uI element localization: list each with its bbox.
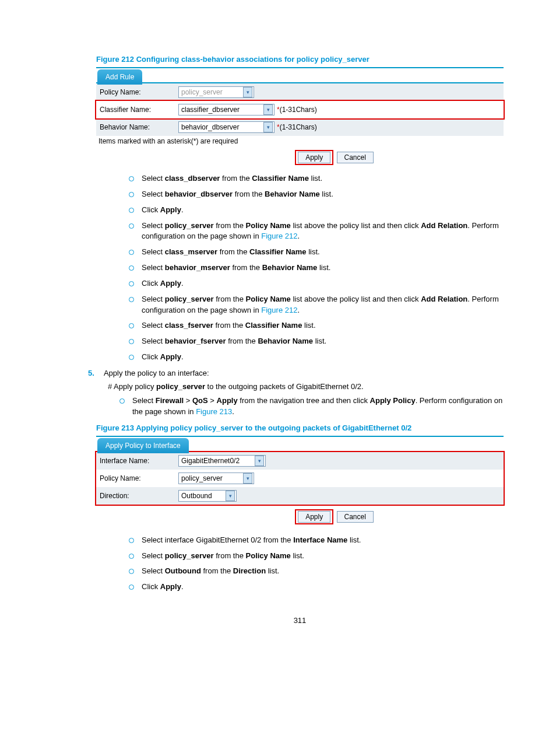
list-item: Select behavior_fserver from the Behavio… [129,336,504,347]
chevron-down-icon: ▾ [263,122,273,132]
interface-name-select[interactable]: GigabitEthernet0/2 ▾ [178,455,266,467]
behavior-name-select[interactable]: behavior_dbserver ▾ [178,121,275,133]
list-item: Select behavior_dbserver from the Behavi… [129,189,504,200]
policy-name-label: Policy Name: [100,88,178,96]
list-item: Select policy_server from the Policy Nam… [129,294,504,316]
apply-button[interactable]: Apply [298,152,330,163]
step-text: Apply the policy to an interface: [104,369,209,377]
list-item: Select behavior_mserver from the Behavio… [129,262,504,274]
policy-name-select[interactable]: policy_server ▾ [178,86,254,98]
required-note: Items marked with an asterisk(*) are req… [96,136,504,148]
list-item: Click Apply. [129,205,504,216]
behavior-name-label: Behavior Name: [100,123,178,131]
list-item: Click Apply. [129,278,504,289]
chevron-down-icon: ▾ [263,104,273,115]
figure-212-caption: Figure 212 Configuring class-behavior as… [96,55,504,64]
classifier-name-value: classifier_dbserver [181,106,240,114]
apply-highlight: Apply [295,150,333,165]
list-item: Select class_fserver from the Classifier… [129,320,504,331]
step-number: 5. [88,369,102,377]
figure-213-link[interactable]: Figure 213 [196,407,232,416]
list-item: Click Apply. [129,582,504,593]
figure-213-caption: Figure 213 Applying policy policy_server… [96,424,504,432]
instruction-list-1: Select class_dbserver from the Classifie… [96,173,504,363]
interface-name-label: Interface Name: [100,457,178,465]
list-item: Click Apply. [129,352,504,363]
figure-212-panel: Add Rule Policy Name: policy_server ▾ Cl… [96,67,504,165]
figure-213-panel: Apply Policy to Interface Interface Name… [96,436,504,524]
list-item: Select Outbound from the Direction list. [129,566,504,577]
hash-text: # Apply policy policy_server to the outg… [108,382,504,391]
interface-name-value: GigabitEthernet0/2 [181,457,240,465]
apply-policy-tab[interactable]: Apply Policy to Interface [97,438,189,453]
behavior-name-value: behavior_dbserver [181,123,239,131]
policy-name-select-2[interactable]: policy_server ▾ [178,473,254,484]
policy-name-value: policy_server [181,88,223,96]
list-item: Select class_dbserver from the Classifie… [129,173,504,184]
list-item: Select policy_server from the Policy Nam… [129,220,504,243]
direction-value: Outbound [181,492,212,500]
classifier-name-select[interactable]: classifier_dbserver ▾ [178,104,275,116]
figure-212-link[interactable]: Figure 212 [261,232,297,240]
list-item: Select Firewall > QoS > Apply from the n… [119,396,504,418]
cancel-button-2[interactable]: Cancel [337,511,374,523]
list-item: Select class_mserver from the Classifier… [129,247,504,258]
chevron-down-icon: ▾ [243,87,252,97]
direction-select[interactable]: Outbound ▾ [178,490,237,502]
chevron-down-icon: ▾ [243,473,252,484]
cancel-button[interactable]: Cancel [337,152,374,163]
classifier-hint: *(1-31Chars) [277,106,317,114]
behavior-hint: *(1-31Chars) [277,123,317,131]
policy-name-value-2: policy_server [181,474,223,482]
list-item: Select interface GigabitEthernet 0/2 fro… [129,535,504,546]
apply-highlight-2: Apply [295,509,333,524]
step-5: 5. Apply the policy to an interface: # A… [88,369,504,418]
apply-button-2[interactable]: Apply [298,511,330,523]
chevron-down-icon: ▾ [226,491,235,501]
figure-212-link[interactable]: Figure 212 [261,306,297,314]
list-item: Select policy_server from the Policy Nam… [129,551,504,562]
add-rule-tab[interactable]: Add Rule [97,69,142,85]
classifier-name-label: Classifier Name: [100,106,178,114]
chevron-down-icon: ▾ [255,456,264,466]
page-number: 311 [96,616,504,625]
direction-label: Direction: [100,492,178,500]
instruction-list-2: Select interface GigabitEthernet 0/2 fro… [96,535,504,593]
policy-name-label-2: Policy Name: [100,474,178,482]
